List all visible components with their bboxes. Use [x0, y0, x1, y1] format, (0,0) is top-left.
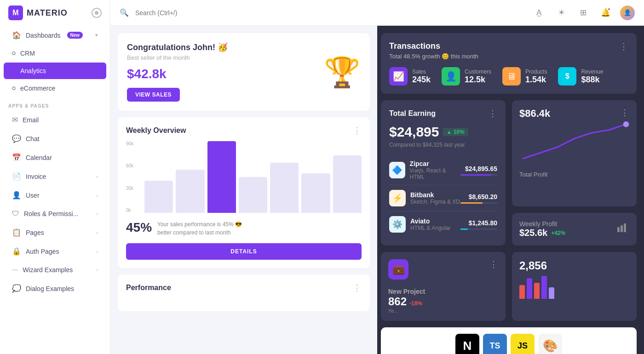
sidebar-item-calendar[interactable]: 📅 Calendar: [4, 148, 106, 166]
user-icon: 👤: [12, 191, 21, 200]
new-project-card: 💼 ⋮ New Project 862 -18% Ye...: [381, 252, 506, 321]
earning-item-bitbank: ⚡ Bitbank Sketch, Figma & XD $8,650.20: [389, 185, 497, 211]
chevron-right-icon-wizard: ›: [96, 267, 98, 273]
stat-revenue: $ Revenue $88k: [558, 67, 603, 86]
bar-chart-icon: [615, 220, 629, 235]
sidebar: M MATERIO 🏠 Dashboards New ▾ CRM Analyti…: [0, 0, 110, 354]
profit-menu[interactable]: ⋮: [621, 108, 629, 118]
sales-icon: 📈: [389, 67, 408, 86]
weekly-percentage: 45%: [126, 220, 152, 235]
bell-icon[interactable]: 🔔: [598, 6, 613, 20]
new-project-icon: 💼: [388, 259, 408, 280]
weekly-description: Your sales performance is 45% 😎better co…: [157, 220, 242, 237]
search-input[interactable]: [135, 9, 525, 17]
chevron-right-icon: ›: [96, 174, 98, 179]
transactions-title: Transactions: [389, 41, 478, 51]
translate-icon[interactable]: A̤: [532, 6, 546, 20]
congrats-title: Congratulations John! 🥳: [127, 42, 228, 52]
trophy-emoji: 🏆: [324, 57, 361, 87]
profit-chart-label: Total Profit: [519, 171, 629, 178]
weekly-card: Weekly Overview ⋮ 90k 60k 30k 0k: [118, 117, 370, 268]
svg-rect-3: [624, 223, 626, 232]
sidebar-logo: M MATERIO: [0, 0, 110, 26]
new-project-sublabel: Ye...: [388, 308, 498, 314]
nav-dot-analytics: [12, 69, 16, 73]
record-icon[interactable]: [92, 8, 102, 18]
notification-dot: [607, 7, 611, 11]
earning-comparison: Compared to $84,325 last year: [389, 142, 497, 148]
count-card: 2,856: [512, 252, 637, 321]
mini-bar-1: [519, 285, 525, 299]
sidebar-item-chat[interactable]: 💬 Chat: [4, 130, 106, 148]
javascript-logo: JS: [511, 334, 535, 354]
bitbank-logo: ⚡: [389, 190, 406, 206]
earning-amount: $24,895 ▲ 10%: [389, 124, 497, 140]
sidebar-item-user[interactable]: 👤 User ›: [4, 186, 106, 204]
svg-rect-1: [617, 227, 620, 232]
earning-title: Total Earning: [389, 109, 436, 118]
mini-bar-2: [527, 278, 532, 299]
weekly-menu[interactable]: ⋮: [353, 126, 362, 136]
home-icon: 🏠: [12, 31, 21, 40]
sidebar-item-crm[interactable]: CRM: [4, 45, 106, 62]
weekly-profit-val: $25.6k: [519, 228, 547, 238]
sidebar-item-auth[interactable]: 🔒 Auth Pages ›: [4, 242, 106, 260]
right-stats-col: $86.4k ⋮ Total Profit: [512, 100, 637, 246]
sidebar-item-email[interactable]: ✉ Email: [4, 111, 106, 129]
earning-card: Total Earning ⋮ $24,895 ▲ 10% Compared t…: [381, 100, 506, 246]
profit-chart: [519, 121, 629, 167]
theme-icon[interactable]: ☀: [554, 6, 569, 20]
new-project-count: 862: [388, 295, 407, 308]
logo-text: MATERIO: [27, 8, 68, 18]
total-profit-card: $86.4k ⋮ Total Profit: [512, 100, 637, 206]
products-icon: 🖥: [502, 67, 521, 86]
new-project-menu[interactable]: ⋮: [489, 259, 498, 269]
bar-3: [207, 141, 236, 213]
bar-1: [144, 181, 173, 213]
wizard-icon: ···: [12, 266, 18, 274]
bar-6: [301, 173, 330, 213]
invoice-icon: 📄: [12, 172, 21, 181]
count-value: 2,856: [519, 259, 629, 272]
chevron-right-icon-pages: ›: [96, 230, 98, 235]
sidebar-item-wizard[interactable]: ··· Wizard Examples ›: [4, 261, 106, 279]
sidebar-item-ecommerce[interactable]: eCommerce: [4, 80, 106, 97]
bar-chart: 90k 60k 30k 0k: [126, 141, 362, 215]
stat-sales: 📈 Sales 245k: [389, 67, 431, 86]
dashboards-badge: New: [67, 32, 83, 39]
sidebar-item-roles[interactable]: 🛡 Roles & Permissi... ›: [4, 205, 106, 223]
bar-7: [333, 155, 362, 213]
dashboard: Congratulations John! 🥳 Best seller of t…: [110, 26, 644, 354]
mini-bar-3: [534, 283, 540, 299]
chevron-down-icon: ▾: [95, 32, 98, 38]
tech-logos-card: N TS JS 🎨: [381, 327, 637, 354]
mini-bar-5: [549, 287, 554, 299]
grid-icon[interactable]: ⊞: [576, 6, 591, 20]
sidebar-item-invoice[interactable]: 📄 Invoice ›: [4, 167, 106, 185]
sidebar-item-pages[interactable]: 📋 Pages ›: [4, 223, 106, 241]
performance-menu[interactable]: ⋮: [353, 283, 362, 293]
main-content: 🔍 A̤ ☀ ⊞ 🔔 👤 Congratulations John! 🥳 Bes…: [110, 0, 644, 354]
nav-dot-ecommerce: [12, 86, 16, 90]
avatar[interactable]: 👤: [620, 6, 635, 20]
chevron-right-icon-user: ›: [96, 193, 98, 198]
transactions-subtitle: Total 48.5% growth 😊 this month: [389, 53, 478, 60]
sidebar-item-analytics[interactable]: Analytics: [4, 63, 106, 79]
details-button[interactable]: DETAILS: [126, 243, 362, 260]
earning-menu[interactable]: ⋮: [489, 108, 497, 119]
bar-5: [270, 163, 299, 213]
logo-icon: M: [8, 6, 23, 20]
weekly-profit-change: +42%: [551, 230, 565, 236]
sidebar-item-dashboards[interactable]: 🏠 Dashboards New ▾: [4, 26, 106, 44]
sidebar-item-dialog[interactable]: 💭 Dialog Examples: [4, 280, 106, 297]
chevron-right-icon-auth: ›: [96, 249, 98, 254]
lock-icon: 🔒: [12, 247, 21, 256]
weekly-title: Weekly Overview: [126, 126, 186, 135]
view-sales-button[interactable]: VIEW SALES: [127, 88, 180, 102]
mini-bar-4: [541, 276, 547, 299]
transactions-menu[interactable]: ⋮: [620, 41, 628, 51]
transactions-stats: 📈 Sales 245k 👤 Customers 12.5k: [389, 67, 628, 86]
congrats-card: Congratulations John! 🥳 Best seller of t…: [118, 33, 370, 111]
shield-icon: 🛡: [12, 210, 19, 218]
figma-logo: 🎨: [538, 334, 562, 354]
